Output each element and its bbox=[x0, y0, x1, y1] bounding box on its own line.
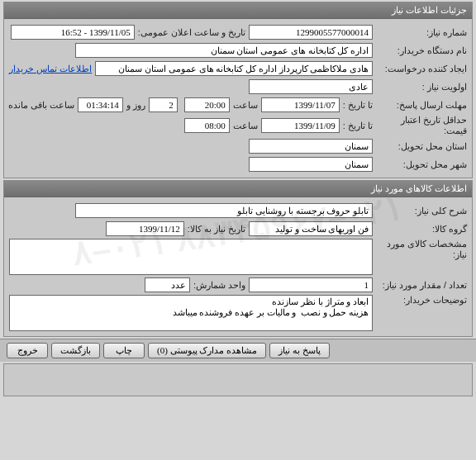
need-no-input[interactable] bbox=[249, 25, 373, 40]
panel1-header: جزئیات اطلاعات نیاز bbox=[4, 2, 472, 19]
remaining-input[interactable] bbox=[78, 97, 123, 112]
buyer-input[interactable] bbox=[75, 43, 373, 58]
priority-label: اولویت نیاز : bbox=[376, 82, 467, 92]
until-label: تا تاریخ : bbox=[343, 100, 373, 111]
city-label: شهر محل تحویل: bbox=[376, 159, 467, 170]
reply-button[interactable]: پاسخ به نیاز bbox=[269, 343, 330, 358]
minvalid-date-input[interactable] bbox=[261, 118, 340, 133]
need-no-label: شماره نیاز: bbox=[376, 27, 467, 38]
creator-label: ایجاد کننده درخواست: bbox=[376, 64, 467, 74]
qty-label: تعداد / مقدار مورد نیاز: bbox=[376, 280, 467, 291]
province-input[interactable] bbox=[249, 139, 373, 154]
desc-label: شرح کلی نیاز: bbox=[376, 206, 467, 216]
minvalid-time-input[interactable] bbox=[184, 118, 230, 133]
notes-label: توضیحات خریدار: bbox=[376, 295, 467, 306]
exit-button[interactable]: خروج bbox=[7, 343, 48, 358]
buyer-label: نام دستگاه خریدار: bbox=[376, 45, 467, 56]
contact-link[interactable]: اطلاعات تماس خریدار bbox=[9, 64, 92, 74]
city-input[interactable] bbox=[249, 157, 373, 172]
time-label-2: ساعت bbox=[233, 121, 258, 131]
unit-label: واحد شمارش: bbox=[193, 280, 245, 291]
goods-info-panel: اطلاعات کالاهای مورد نیاز شرح کلی نیاز: … bbox=[3, 180, 473, 337]
priority-input[interactable] bbox=[249, 79, 373, 94]
deadline-time-input[interactable] bbox=[184, 97, 230, 112]
panel2-header: اطلاعات کالاهای مورد نیاز bbox=[4, 181, 472, 197]
spec-label: مشخصات کالای مورد نیاز: bbox=[376, 239, 467, 260]
action-button-bar: پاسخ به نیاز مشاهده مدارک پیوستی (0) چاپ… bbox=[0, 339, 476, 362]
time-label-1: ساعت bbox=[233, 100, 258, 111]
notes-textarea[interactable] bbox=[9, 295, 373, 331]
qty-input[interactable] bbox=[249, 277, 373, 292]
announce-input[interactable] bbox=[11, 25, 135, 40]
attachments-button[interactable]: مشاهده مدارک پیوستی (0) bbox=[148, 343, 266, 358]
deadline-label: مهلت ارسال پاسخ: bbox=[376, 100, 467, 111]
days-input[interactable] bbox=[149, 97, 178, 112]
needby-label: تاریخ نیاز به کالا: bbox=[188, 224, 245, 235]
spec-textarea[interactable] bbox=[9, 239, 373, 275]
needby-input[interactable] bbox=[106, 221, 184, 236]
creator-input[interactable] bbox=[95, 61, 373, 76]
footer-blank-panel bbox=[3, 363, 473, 396]
deadline-date-input[interactable] bbox=[261, 97, 340, 112]
province-label: استان محل تحویل: bbox=[376, 141, 467, 152]
print-button[interactable]: چاپ bbox=[103, 343, 145, 358]
until-label-2: تا تاریخ : bbox=[343, 121, 373, 131]
desc-input[interactable] bbox=[75, 203, 373, 218]
back-button[interactable]: بازگشت bbox=[51, 343, 100, 358]
announce-label: تاریخ و ساعت اعلان عمومی: bbox=[138, 27, 245, 38]
group-input[interactable] bbox=[249, 221, 373, 236]
days-label: روز و bbox=[126, 100, 145, 111]
unit-input[interactable] bbox=[145, 277, 190, 292]
remaining-label: ساعت باقی مانده bbox=[8, 100, 74, 111]
group-label: گروه کالا: bbox=[376, 224, 467, 235]
need-details-panel: جزئیات اطلاعات نیاز شماره نیاز: تاریخ و … bbox=[3, 2, 473, 178]
minvalid-label: حداقل تاریخ اعتبار قیمت: bbox=[376, 115, 467, 136]
